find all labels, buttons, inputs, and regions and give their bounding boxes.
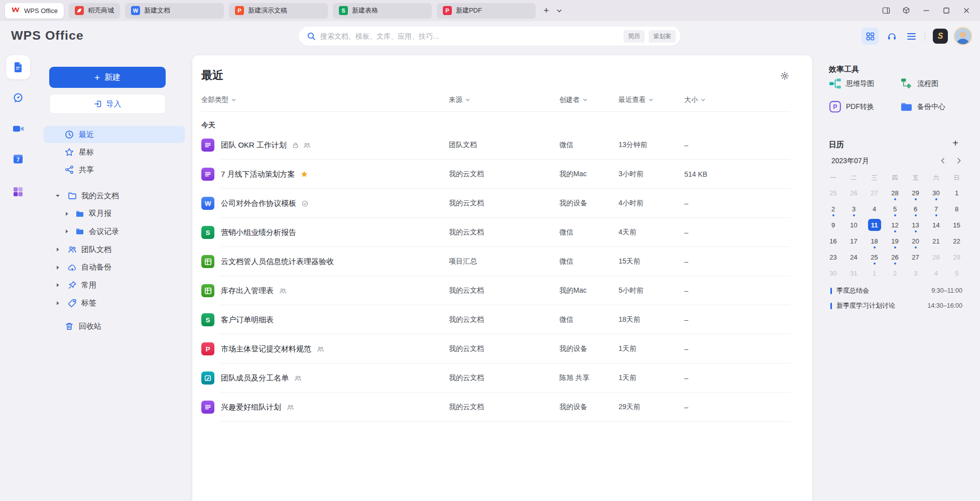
filter-dropdown[interactable]: 创建者 xyxy=(559,95,619,104)
rail-meeting-icon[interactable] xyxy=(6,116,30,141)
rail-documents-icon[interactable] xyxy=(6,55,30,79)
tool-item[interactable]: P PDF转换 xyxy=(829,100,900,113)
sidebar-item-trash[interactable]: 回收站 xyxy=(44,318,185,335)
settings-gear-icon[interactable] xyxy=(779,70,790,81)
minimize-button[interactable] xyxy=(919,4,934,17)
calendar-day[interactable]: 22 xyxy=(946,233,967,249)
calendar-day[interactable]: 11 xyxy=(864,217,885,233)
sidebar-tree-item[interactable]: 标签 xyxy=(44,295,185,312)
caret-right-icon[interactable] xyxy=(55,301,60,306)
global-menu-icon[interactable] xyxy=(905,30,917,42)
caret-right-icon[interactable] xyxy=(55,265,60,270)
calendar-day[interactable]: 13 xyxy=(905,217,926,233)
caret-right-icon[interactable] xyxy=(55,283,60,288)
file-row[interactable]: S 客户订单明细表 我的云文档 微信 18天前 – xyxy=(201,305,790,334)
sidebar-item[interactable]: 共享 xyxy=(44,161,185,178)
search-input[interactable] xyxy=(320,32,620,40)
apps-grid-icon[interactable] xyxy=(862,28,879,45)
calendar-day[interactable]: 25 xyxy=(864,249,885,265)
calendar-day[interactable]: 3 xyxy=(905,265,926,281)
new-document-button[interactable]: + 新建 xyxy=(49,67,166,88)
calendar-day[interactable]: 14 xyxy=(926,217,946,233)
calendar-day[interactable]: 19 xyxy=(885,233,905,249)
calendar-day[interactable]: 2 xyxy=(885,265,905,281)
sidebar-tree-item[interactable]: 我的云文档 xyxy=(44,187,185,205)
sidebar-tree-item[interactable]: 会议记录 xyxy=(44,223,185,240)
calendar-day[interactable]: 18 xyxy=(864,233,885,249)
file-row[interactable]: 兴趣爱好组队计划 我的云文档 我的设备 29天前 – xyxy=(201,393,790,422)
file-row[interactable]: S 营销小组业绩分析报告 我的云文档 微信 4天前 – xyxy=(201,218,790,247)
file-row[interactable]: P 市场主体登记提交材料规范 我的云文档 我的设备 1天前 – xyxy=(201,334,790,363)
calendar-day[interactable]: 30 xyxy=(926,185,946,201)
file-row[interactable]: 团队 OKR 工作计划 团队文档 微信 13分钟前 – xyxy=(201,131,790,160)
rail-chat-icon[interactable] xyxy=(6,86,30,110)
calendar-day[interactable]: 3 xyxy=(843,201,864,217)
search-tag-resume[interactable]: 简历 xyxy=(624,30,645,43)
filter-dropdown[interactable]: 大小 xyxy=(684,95,790,104)
close-button[interactable] xyxy=(959,4,974,17)
event-item[interactable]: 新季度学习计划讨论 14:30–16:00 xyxy=(830,298,962,313)
tool-item[interactable]: 流程图 xyxy=(900,77,971,90)
file-row[interactable]: W 公司对外合作协议模板 我的云文档 我的设备 4小时前 – xyxy=(201,189,790,218)
sidebar-tree-item[interactable]: 团队文档 xyxy=(44,241,185,259)
sidebar-tree-item[interactable]: 自动备份 xyxy=(44,259,185,276)
file-row[interactable]: 库存出入管理表 我的云文档 我的Mac 5小时前 – xyxy=(201,276,790,305)
new-tab-button[interactable]: + xyxy=(540,4,553,17)
sidebar-tree-item[interactable]: 双月报 xyxy=(44,205,185,223)
workspace-cube-icon[interactable] xyxy=(899,4,914,17)
calendar-day[interactable]: 2 xyxy=(823,201,843,217)
calendar-day[interactable]: 31 xyxy=(843,265,864,281)
calendar-day[interactable]: 30 xyxy=(823,265,843,281)
sidebar-tree-item[interactable]: 常用 xyxy=(44,277,185,294)
caret-right-icon[interactable] xyxy=(55,247,60,252)
add-event-icon[interactable]: + xyxy=(950,138,961,149)
calendar-day[interactable]: 23 xyxy=(823,249,843,265)
calendar-day[interactable]: 8 xyxy=(946,201,967,217)
membership-badge-icon[interactable]: S xyxy=(933,29,948,44)
calendar-day[interactable]: 21 xyxy=(926,233,946,249)
calendar-day[interactable]: 26 xyxy=(843,185,864,201)
calendar-day[interactable]: 25 xyxy=(823,185,843,201)
search-bar[interactable]: 简历 策划案 xyxy=(299,27,680,46)
file-row[interactable]: 7 月线下活动策划方案 我的云文档 我的Mac 3小时前 514 KB xyxy=(201,160,790,189)
rail-calendar-icon[interactable]: 7 xyxy=(6,147,30,171)
event-item[interactable]: 季度总结会 9:30–11:00 xyxy=(830,283,962,298)
sidebar-item[interactable]: 最近 xyxy=(44,126,185,143)
sidebar-toggle-icon[interactable] xyxy=(879,4,894,17)
calendar-day[interactable]: 6 xyxy=(905,201,926,217)
calendar-day[interactable]: 27 xyxy=(905,249,926,265)
tool-item[interactable]: 备份中心 xyxy=(900,100,971,113)
calendar-day[interactable]: 5 xyxy=(946,265,967,281)
calendar-day[interactable]: 20 xyxy=(905,233,926,249)
app-tab[interactable]: P 新建PDF xyxy=(437,3,536,19)
user-avatar[interactable] xyxy=(954,27,972,45)
calendar-day[interactable]: 1 xyxy=(946,185,967,201)
sidebar-item[interactable]: 星标 xyxy=(44,144,185,161)
calendar-day[interactable]: 27 xyxy=(864,185,885,201)
app-tab[interactable]: W 新建文档 xyxy=(125,3,224,19)
tool-item[interactable]: 思维导图 xyxy=(829,77,900,90)
file-row[interactable]: 团队成员及分工名单 我的云文档 陈旭 共享 1天前 – xyxy=(201,363,790,393)
app-tab[interactable]: 稻壳商城 xyxy=(69,3,120,19)
calendar-day[interactable]: 24 xyxy=(843,249,864,265)
calendar-day[interactable]: 16 xyxy=(823,233,843,249)
tab-list-chevron[interactable] xyxy=(553,4,566,17)
caret-right-icon[interactable] xyxy=(64,229,69,234)
caret-down-icon[interactable] xyxy=(55,193,60,198)
calendar-day[interactable]: 12 xyxy=(885,217,905,233)
calendar-next-icon[interactable] xyxy=(954,156,964,166)
calendar-day[interactable]: 28 xyxy=(885,185,905,201)
app-tab[interactable]: WPS Office xyxy=(5,3,64,19)
calendar-day[interactable]: 4 xyxy=(926,265,946,281)
filter-dropdown[interactable]: 全部类型 xyxy=(201,95,449,104)
filter-dropdown[interactable]: 来源 xyxy=(449,95,559,104)
filter-dropdown[interactable]: 最近查看 xyxy=(619,95,684,104)
calendar-day[interactable]: 4 xyxy=(864,201,885,217)
calendar-day[interactable]: 15 xyxy=(946,217,967,233)
calendar-day[interactable]: 28 xyxy=(926,249,946,265)
caret-right-icon[interactable] xyxy=(64,211,69,216)
import-button[interactable]: 导入 xyxy=(49,94,166,114)
app-tab[interactable]: P 新建演示文稿 xyxy=(229,3,328,19)
search-tag-plan[interactable]: 策划案 xyxy=(649,30,676,43)
calendar-day[interactable]: 1 xyxy=(864,265,885,281)
